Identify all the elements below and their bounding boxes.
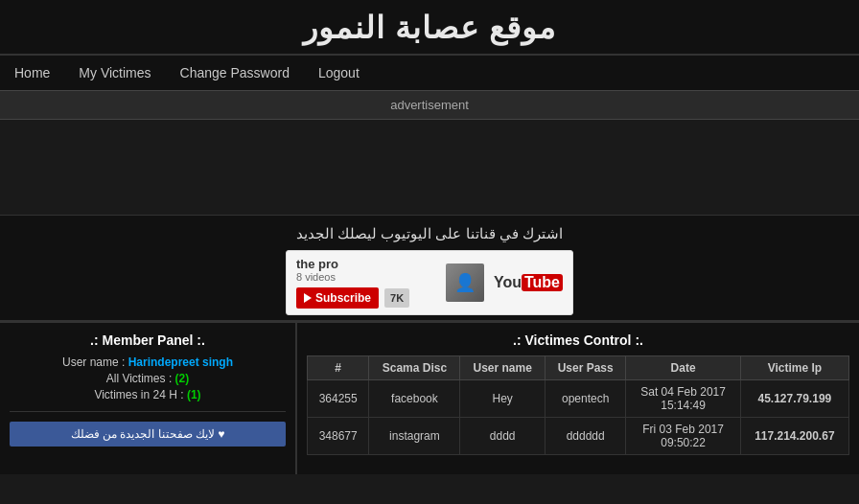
- username-line: User name : Harindepreet singh: [10, 355, 286, 369]
- cell-username: dddd: [460, 418, 545, 455]
- victimes-control: .: Victimes Control :. # Scama Disc User…: [297, 323, 859, 474]
- youtube-widget: the pro 8 videos Subscribe 7K 👤 YouTube: [286, 250, 573, 315]
- all-victimes-line: All Victimes : (2): [10, 372, 286, 385]
- subscriber-count: 7K: [384, 288, 409, 308]
- victimes-24h-value: (1): [187, 388, 201, 401]
- site-header: موقع عصابة النمور: [0, 0, 859, 56]
- ad-space: [0, 120, 859, 216]
- like-page-button[interactable]: ♥ لايك صفحتنا الجديدة من فضلك: [10, 422, 286, 447]
- victimes-table: # Scama Disc User name User Pass Date Vi…: [307, 355, 849, 455]
- cell-id: 348677: [308, 418, 369, 455]
- victimes-24h-label: Victimes in 24 H :: [94, 388, 183, 401]
- nav-change-password[interactable]: Change Password: [180, 65, 290, 80]
- channel-thumbnail: 👤: [446, 263, 484, 302]
- cell-scama: instagram: [369, 418, 460, 455]
- navigation: Home My Victimes Change Password Logout: [0, 56, 859, 91]
- subscribe-section: اشترك في قناتنا على اليوتيوب ليصلك الجدي…: [0, 216, 859, 321]
- all-victimes-value: (2): [175, 372, 190, 385]
- subscribe-label: Subscribe: [315, 291, 371, 305]
- all-victimes-label: All Victimes :: [106, 372, 172, 385]
- main-content: .: Member Panel :. User name : Harindepr…: [0, 321, 859, 474]
- subscribe-button[interactable]: Subscribe: [296, 287, 379, 309]
- member-panel-title: .: Member Panel :.: [10, 332, 286, 348]
- victimes-panel-title: .: Victimes Control :.: [307, 332, 849, 348]
- col-header-scama: Scama Disc: [369, 356, 460, 380]
- col-header-username: User name: [460, 356, 545, 380]
- cell-ip: 117.214.200.67: [740, 418, 848, 455]
- ad-label: advertisement: [390, 98, 469, 112]
- yt-you-text: You: [494, 274, 522, 291]
- ad-bar: advertisement: [0, 91, 859, 120]
- site-title: موقع عصابة النمور: [0, 10, 859, 46]
- yt-play-icon: [304, 293, 312, 303]
- cell-date: Fri 03 Feb 201709:50:22: [626, 418, 740, 455]
- nav-home[interactable]: Home: [14, 65, 50, 80]
- yt-tube-text: Tube: [522, 274, 563, 291]
- channel-name: the pro: [296, 257, 436, 271]
- table-row: 348677instagramddddddddddFri 03 Feb 2017…: [308, 418, 849, 455]
- col-header-password: User Pass: [545, 356, 626, 380]
- victimes-24h-line: Victimes in 24 H : (1): [10, 388, 286, 401]
- username-value: Harindepreet singh: [128, 355, 233, 369]
- channel-info: the pro 8 videos Subscribe 7K: [296, 257, 436, 309]
- nav-logout[interactable]: Logout: [318, 65, 360, 80]
- subscribe-title: اشترك في قناتنا على اليوتيوب ليصلك الجدي…: [0, 225, 859, 242]
- panel-divider: [10, 411, 286, 412]
- channel-videos: 8 videos: [296, 271, 436, 283]
- cell-password: dddddd: [545, 418, 626, 455]
- cell-ip: 45.127.79.199: [740, 380, 848, 418]
- cell-id: 364255: [308, 380, 369, 418]
- col-header-ip: Victime Ip: [740, 356, 848, 380]
- member-panel: .: Member Panel :. User name : Harindepr…: [0, 323, 297, 474]
- cell-scama: facebook: [369, 380, 460, 418]
- username-label: User name :: [62, 355, 125, 369]
- cell-username: Hey: [460, 380, 545, 418]
- cell-password: opentech: [545, 380, 626, 418]
- table-row: 364255facebookHeyopentechSat 04 Feb 2017…: [308, 380, 849, 418]
- col-header-date: Date: [626, 356, 740, 380]
- cell-date: Sat 04 Feb 201715:14:49: [626, 380, 740, 418]
- col-header-id: #: [308, 356, 369, 380]
- youtube-logo: YouTube: [494, 274, 563, 291]
- nav-my-victimes[interactable]: My Victimes: [79, 65, 151, 80]
